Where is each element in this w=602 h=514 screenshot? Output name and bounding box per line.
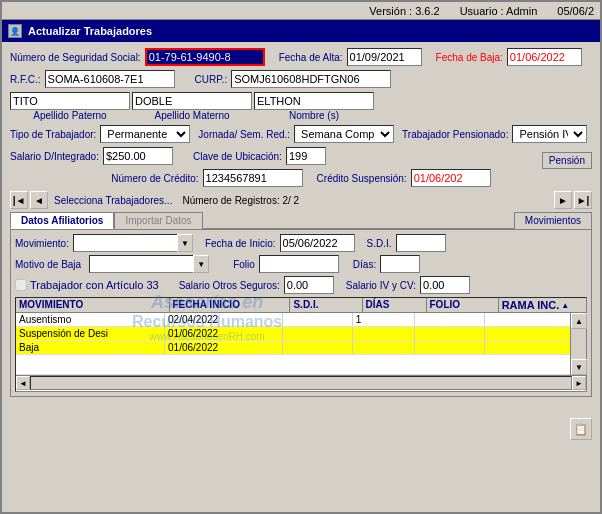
clave-ubicacion-label: Clave de Ubicación: [193,151,282,162]
movement-dropdown-btn[interactable]: ▼ [177,234,193,252]
salario-label: Salario D/Integrado: [10,151,99,162]
movements-table: MOVIMIENTO FECHA INICIO S.D.I. DÍAS FOLI… [15,297,587,392]
rfc-row: R.F.C.: CURP.: [10,70,592,88]
fecha-baja-label: Fecha de Baja: [436,52,503,63]
ssn-label: Número de Seguridad Social: [10,52,141,63]
vertical-scrollbar: ▲ ▼ [570,313,586,375]
nombres-input[interactable] [254,92,374,110]
cell-movimiento-1: Suspensión de Desi [16,327,165,340]
folio-label: Folio [233,259,255,270]
salario-otros-label: Salario Otros Seguros: [179,280,280,291]
col-dias: DÍAS [363,298,427,312]
col-movimiento: MOVIMIENTO [16,298,170,312]
trabajador-pensionado-label: Trabajador Pensionado: [402,129,508,140]
cell-folio-1 [415,327,485,340]
cell-movimiento-0: Ausentismo [16,313,165,326]
cell-fecha-1: 01/06/2022 [165,327,283,340]
sdi-input[interactable] [396,234,446,252]
cell-dias-1 [353,327,415,340]
salario-iv-cv-input[interactable] [420,276,470,294]
tipo-trabajador-label: Tipo de Trabajador: [10,129,96,140]
rfc-label: R.F.C.: [10,74,41,85]
cell-dias-2 [353,341,415,354]
nav-last-button[interactable]: ►| [574,191,592,209]
date-text: 05/06/2 [557,5,594,17]
main-window: Versión : 3.6.2 Usuario : Admin 05/06/2 … [0,0,602,514]
col-folio: FOLIO [427,298,499,312]
ssn-input[interactable] [145,48,265,66]
movement-row: Movimiento: ▼ Fecha de Inicio: S.D.I. [15,234,587,252]
numero-registros-text: Número de Registros: 2/ 2 [178,195,303,206]
table-header: MOVIMIENTO FECHA INICIO S.D.I. DÍAS FOLI… [16,298,586,313]
fecha-baja-input[interactable] [507,48,582,66]
name-row: Apellido Paterno Apellido Materno Nombre… [10,92,592,121]
motivo-baja-input[interactable] [89,255,209,273]
table-row[interactable]: Suspensión de Desi 01/06/2022 [16,327,570,341]
numero-credito-input[interactable] [203,169,303,187]
table-row[interactable]: Baja 01/06/2022 [16,341,570,355]
nav-next-button[interactable]: ► [554,191,572,209]
table-body-area: Ausentismo 02/04/2022 1 Suspensión de De… [16,313,586,375]
sort-arrow-icon: ▲ [561,301,569,310]
jornada-select[interactable]: Semana Completa [294,125,394,143]
articulo33-row: Trabajador con Artículo 33 Salario Otros… [15,276,587,294]
scroll-left-button[interactable]: ◄ [16,376,30,390]
sdi-label: S.D.I. [367,238,392,249]
tipo-trabajador-select[interactable]: Permanente [100,125,190,143]
tab-content: Movimiento: ▼ Fecha de Inicio: S.D.I. Mo… [10,229,592,397]
credito-suspension-input[interactable] [411,169,491,187]
fecha-inicio-input[interactable] [280,234,355,252]
scroll-thumb [571,329,586,359]
nav-prev-button[interactable]: ◄ [30,191,48,209]
cell-sdi-2 [283,341,353,354]
cell-sdi-0 [283,313,353,326]
scroll-down-button[interactable]: ▼ [571,359,587,375]
cell-fecha-0: 02/04/2022 [165,313,283,326]
form-area: Número de Seguridad Social: Fecha de Alt… [2,42,600,403]
apellido-materno-label: Apellido Materno [154,110,229,121]
nombres-label: Nombre (s) [289,110,339,121]
movement-input[interactable] [73,234,193,252]
tab-importar-datos[interactable]: Importar Datos [114,212,202,229]
pension-label: Pensión [542,152,592,169]
table-body: Ausentismo 02/04/2022 1 Suspensión de De… [16,313,570,375]
table-row[interactable]: Ausentismo 02/04/2022 1 [16,313,570,327]
cell-sdi-1 [283,327,353,340]
apellido-materno-input[interactable] [132,92,252,110]
cell-movimiento-2: Baja [16,341,165,354]
rfc-input[interactable] [45,70,175,88]
salario-otros-input[interactable] [284,276,334,294]
fecha-alta-input[interactable] [347,48,422,66]
nav-first-button[interactable]: |◄ [10,191,28,209]
version-text: Versión : 3.6.2 [369,5,439,17]
dias-input[interactable] [380,255,420,273]
report-icon: 📋 [574,423,588,436]
tabs-row: Datos Afiliatorios Importar Datos Movimi… [10,212,592,229]
salario-input[interactable] [103,147,173,165]
fecha-inicio-label: Fecha de Inicio: [205,238,276,249]
user-text: Usuario : Admin [460,5,538,17]
salario-iv-cv-label: Salario IV y CV: [346,280,416,291]
apellido-paterno-input[interactable] [10,92,130,110]
motivo-baja-dropdown-btn[interactable]: ▼ [193,255,209,273]
tab-movimientos[interactable]: Movimientos [514,212,592,229]
trabajador-pensionado-select[interactable]: Pensión IV [512,125,587,143]
tab-datos-afiliatorios[interactable]: Datos Afiliatorios [10,212,114,229]
curp-label: CURP.: [195,74,228,85]
col-rama: RAMA INC. ▲ [499,298,586,312]
scroll-right-button[interactable]: ► [572,376,586,390]
tipo-trabajador-row: Tipo de Trabajador: Permanente Jornada/ … [10,125,592,143]
cell-rama-1 [485,327,570,340]
articulo33-checkbox[interactable] [15,279,27,291]
curp-input[interactable] [231,70,391,88]
col-fecha-inicio: FECHA INICIO [170,298,291,312]
clave-ubicacion-input[interactable] [286,147,326,165]
scroll-up-button[interactable]: ▲ [571,313,587,329]
credito-suspension-label: Crédito Suspensión: [317,173,407,184]
folio-input[interactable] [259,255,339,273]
report-button[interactable]: 📋 [570,418,592,440]
apellido-paterno-label: Apellido Paterno [33,110,106,121]
table-row-empty [16,355,570,375]
window-icon: 👤 [8,24,22,38]
cell-folio-2 [415,341,485,354]
